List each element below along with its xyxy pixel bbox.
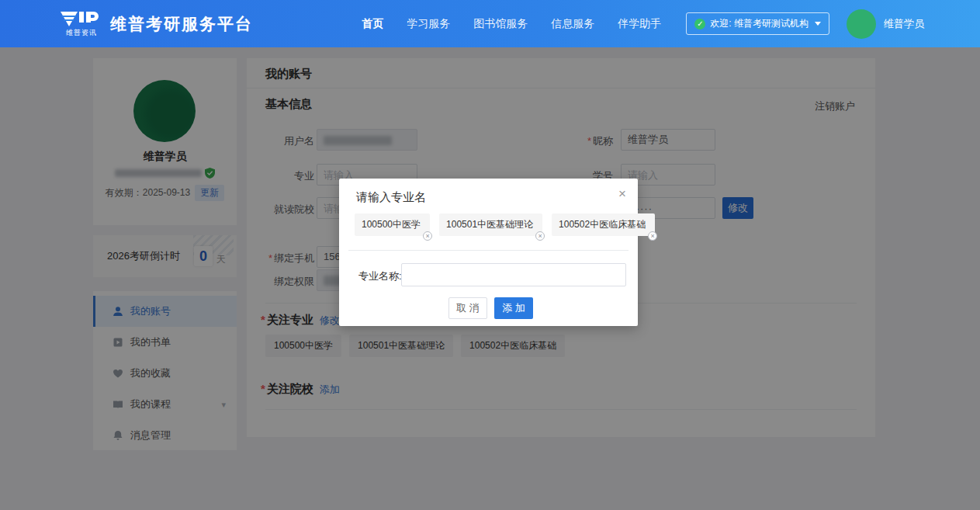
vip-logo[interactable]: 维普资讯 (61, 11, 102, 36)
nav-learning-services[interactable]: 学习服务 (407, 17, 450, 31)
user-avatar[interactable] (847, 9, 876, 39)
major-name-input[interactable] (401, 263, 626, 286)
chevron-down-icon (815, 22, 821, 26)
dialog-major-tag: 100501中医基础理论× (439, 213, 542, 236)
nav-study-assistant[interactable]: 伴学助手 (618, 17, 661, 31)
major-name-label: 专业名称: (358, 269, 402, 283)
remove-tag-icon[interactable]: × (423, 231, 432, 241)
cancel-button[interactable]: 取 消 (448, 297, 487, 319)
nav-home[interactable]: 首页 (362, 17, 383, 31)
nav-library-services[interactable]: 图书馆服务 (473, 17, 528, 31)
main-nav: 首页 学习服务 图书馆服务 信息服务 伴学助手 (362, 17, 661, 31)
app-root: 维普资讯 维普考研服务平台 首页 学习服务 图书馆服务 信息服务 伴学助手 ✓ … (0, 0, 980, 510)
org-verified-icon: ✓ (694, 19, 705, 29)
org-welcome-dropdown[interactable]: ✓ 欢迎: 维普考研测试机构 (686, 12, 829, 35)
dialog-major-tag: 100502中医临床基础× (552, 213, 655, 236)
logo-subtitle: 维普资讯 (66, 29, 97, 36)
nav-info-services[interactable]: 信息服务 (551, 17, 594, 31)
divider (348, 250, 629, 251)
vip-logo-icon (61, 11, 102, 28)
dialog-title: 请输入专业名 (356, 190, 426, 205)
welcome-text: 欢迎: 维普考研测试机构 (710, 17, 809, 30)
close-icon[interactable]: × (618, 187, 626, 200)
header-user-name: 维普学员 (884, 17, 924, 31)
add-button[interactable]: 添 加 (494, 297, 533, 319)
dialog-major-tag: 100500中医学× (355, 213, 430, 236)
top-navbar: 维普资讯 维普考研服务平台 首页 学习服务 图书馆服务 信息服务 伴学助手 ✓ … (0, 0, 980, 47)
remove-tag-icon[interactable]: × (535, 231, 545, 241)
site-title: 维普考研服务平台 (110, 13, 253, 35)
dialog-major-tags: 100500中医学× 100501中医基础理论× 100502中医临床基础× (355, 213, 655, 236)
major-input-dialog: 请输入专业名 × 100500中医学× 100501中医基础理论× 100502… (339, 179, 638, 326)
